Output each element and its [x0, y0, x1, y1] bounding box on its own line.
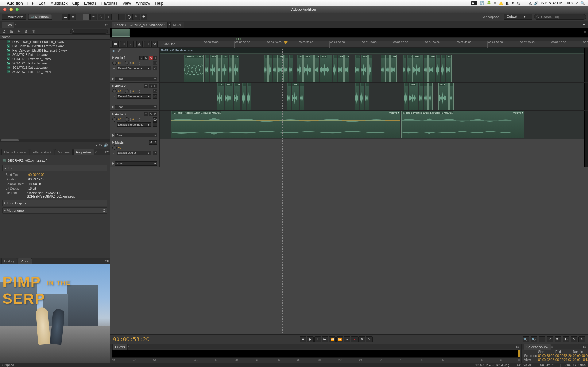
audio-clip[interactable]: .wav: [297, 55, 303, 82]
automation-select[interactable]: Read▾: [115, 161, 157, 166]
audio-clip[interactable]: .wav: [428, 55, 435, 82]
audio-clip[interactable]: …av: [205, 55, 209, 82]
status-snow-icon[interactable]: ❄︎: [512, 1, 515, 5]
panel-menu-icon[interactable]: ▾≡: [105, 150, 109, 154]
tab-mixer[interactable]: Mixer: [170, 22, 184, 28]
audio-clip[interactable]: .wav: [225, 83, 233, 110]
close-icon[interactable]: ×: [95, 150, 97, 154]
status-dots-icon[interactable]: ⋯: [523, 1, 526, 5]
audio-clip[interactable]: …av: [419, 83, 423, 110]
volume-knob[interactable]: [112, 61, 117, 65]
file-row[interactable]: SC1ATK15 Extracted.wav: [0, 61, 110, 65]
ripple-button[interactable]: ⊞: [120, 41, 126, 47]
forward-button[interactable]: ⏩: [336, 336, 343, 342]
file-row[interactable]: Rio_Calypso_JScott01 Extracted_1.wav: [0, 48, 110, 52]
audio-clip[interactable]: 000715 …d.wav: [184, 55, 204, 82]
go-start-button[interactable]: ⏮: [322, 336, 328, 342]
automation-arrow-icon[interactable]: [112, 77, 114, 81]
audio1-lane[interactable]: 000715 …d.wav …av.wav…av.wav…av…av…av…av…: [160, 54, 584, 82]
pan-knob[interactable]: [125, 117, 129, 122]
input-select[interactable]: Default Stereo Input▸: [117, 94, 151, 99]
file-row[interactable]: SC1ATK13 Extracted.wav: [0, 52, 110, 57]
file-row[interactable]: Rio_Calypso_JScott01 Extracted.wav: [0, 44, 110, 48]
automation-select[interactable]: Read▾: [115, 105, 157, 109]
audio-clip[interactable]: …av: [404, 83, 408, 110]
audio2-lane[interactable]: …av.wav…av…av…av…av.wav…av…av…av…av…av.w…: [160, 83, 584, 110]
audio-clip[interactable]: .wav: [222, 55, 228, 82]
audio-clip[interactable]: .wav: [277, 55, 284, 82]
lasso-tool[interactable]: ◯: [126, 14, 133, 20]
audio-clip[interactable]: …av: [385, 55, 390, 82]
menu-effects[interactable]: Effects: [84, 1, 96, 6]
trash-icon[interactable]: 🗑: [31, 29, 36, 34]
fx-button[interactable]: ⟋: [153, 94, 157, 99]
open-file-icon[interactable]: 🗁: [9, 29, 14, 34]
zoom-out-vert-button[interactable]: ⬍-: [563, 336, 569, 342]
menu-favorites[interactable]: Favorites: [101, 1, 118, 6]
menu-help[interactable]: Help: [155, 1, 163, 6]
eod-marker[interactable]: EOD: [236, 37, 242, 41]
panel-menu-icon[interactable]: ▾≡: [516, 345, 519, 349]
audio-clip[interactable]: …av: [217, 83, 224, 110]
zoom-in-button[interactable]: 🔍+: [523, 336, 529, 342]
menu-view[interactable]: View: [122, 1, 131, 6]
menu-clip[interactable]: Clip: [72, 1, 79, 6]
solo-button[interactable]: S: [144, 56, 148, 60]
audio-clip[interactable]: …av: [314, 55, 319, 82]
props-section-metronome[interactable]: Metronome⏱: [2, 207, 107, 214]
audio-clip[interactable]: …av: [403, 55, 406, 82]
volume-icon[interactable]: 🔊: [534, 1, 539, 5]
pan-knob[interactable]: [125, 61, 129, 65]
heal-tool[interactable]: ✚: [141, 14, 147, 20]
audio-clip[interactable]: .wav: [320, 55, 332, 82]
play-button[interactable]: ▶: [307, 336, 314, 342]
audio-clip[interactable]: …av: [407, 55, 412, 82]
automation-select[interactable]: Read▾: [115, 77, 157, 81]
time-select-tool[interactable]: I: [105, 14, 112, 20]
mute-button[interactable]: M: [139, 56, 144, 60]
close-icon[interactable]: ×: [33, 259, 34, 263]
slip-tool[interactable]: ⇆: [98, 14, 104, 20]
razor-tool[interactable]: ✂: [90, 14, 97, 20]
track-collapse-icon[interactable]: [112, 56, 114, 60]
panel-menu-icon[interactable]: ▾≡: [583, 345, 586, 349]
skip-selection-button[interactable]: ⤡: [366, 336, 373, 342]
tab-properties[interactable]: Properties: [73, 149, 94, 155]
track-header why-audio2[interactable]: Audio 2 MSR +0(0)⏻ →Default Stereo Input…: [110, 83, 160, 110]
pause-button[interactable]: ⏸: [314, 336, 321, 342]
marquee-tool[interactable]: ▢: [118, 14, 125, 20]
zoom-full-button[interactable]: ⛶: [539, 336, 545, 342]
tab-effects-rack[interactable]: Effects Rack: [30, 149, 54, 155]
audio-clip[interactable]: …av: [300, 83, 304, 110]
record-arm-button[interactable]: R: [153, 112, 157, 116]
marker-lane[interactable]: EOD: [110, 38, 588, 41]
spotlight-icon[interactable]: 🔍: [580, 1, 585, 5]
audio3-lane[interactable]: TG-Target Practice 10fast Extracted 4800…: [160, 111, 584, 139]
fx-power-button[interactable]: ⏻: [153, 61, 157, 65]
audio-clip[interactable]: …av: [217, 55, 222, 82]
audio-clip[interactable]: …av: [449, 83, 454, 110]
status-leaf-icon[interactable]: 🍀: [487, 1, 491, 5]
zoom-sel-in-button[interactable]: ⇲: [571, 336, 577, 342]
solo-button[interactable]: S: [149, 112, 153, 116]
props-section-info[interactable]: Info: [2, 165, 107, 171]
record-arm-button[interactable]: R: [153, 84, 157, 88]
volume-knob[interactable]: [112, 117, 117, 122]
menu-multitrack[interactable]: Multitrack: [50, 1, 68, 6]
audio-clip[interactable]: …av: [368, 55, 372, 82]
files-scrollbar[interactable]: [0, 139, 110, 142]
audio-clip[interactable]: …av: [247, 83, 251, 110]
playhead-marker[interactable]: [284, 41, 288, 44]
close-icon[interactable]: ×: [168, 23, 170, 26]
track-collapse-icon[interactable]: [112, 84, 114, 88]
audio-clip[interactable]: …av: [424, 55, 428, 82]
rewind-button[interactable]: ⏪: [329, 336, 336, 342]
input-select[interactable]: Default Stereo Input▸: [117, 122, 151, 127]
new-file-icon[interactable]: 🗋: [1, 29, 7, 34]
video-clip[interactable]: RAPZ_v01 Rendered.mov: [160, 48, 584, 54]
audio-clip[interactable]: G-Target Practice 10fast Extracted_1 480…: [401, 111, 524, 138]
close-icon[interactable]: ×: [128, 345, 130, 349]
automation-arrow-icon[interactable]: [112, 162, 114, 165]
view-multitrack-button[interactable]: ▤ Multitrack: [28, 14, 52, 20]
spectral-freq-button[interactable]: ▬: [62, 14, 69, 20]
